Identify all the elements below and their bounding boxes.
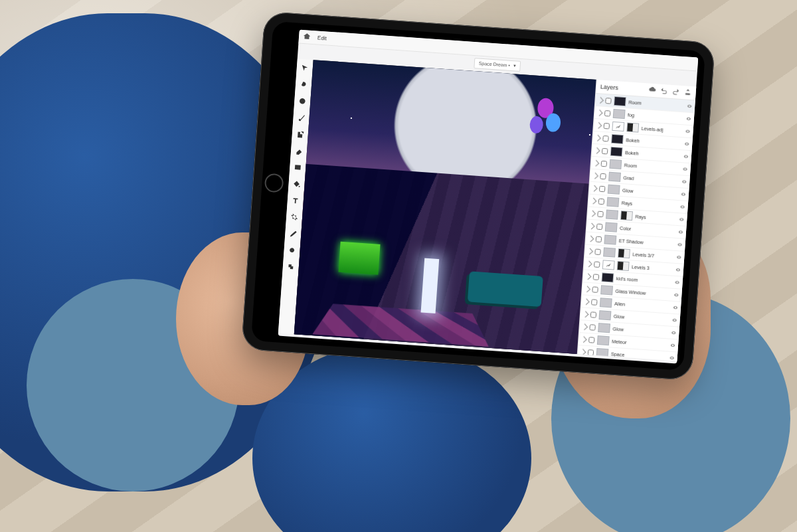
expand-icon[interactable] bbox=[586, 248, 593, 254]
layer-select-checkbox[interactable] bbox=[590, 311, 597, 318]
layer-select-checkbox[interactable] bbox=[594, 248, 601, 255]
visibility-icon[interactable] bbox=[675, 267, 681, 273]
color-swap-tool[interactable] bbox=[286, 262, 296, 272]
expand-icon[interactable] bbox=[584, 286, 590, 292]
expand-icon[interactable] bbox=[586, 260, 592, 267]
layer-select-checkbox[interactable] bbox=[597, 211, 604, 217]
layer-name: fog bbox=[628, 112, 683, 122]
expand-icon[interactable] bbox=[588, 235, 594, 242]
document-tab[interactable]: Space Dream • ▾ bbox=[474, 58, 521, 72]
expand-icon[interactable] bbox=[585, 273, 592, 280]
expand-icon[interactable] bbox=[594, 147, 600, 153]
expand-icon[interactable] bbox=[594, 134, 601, 141]
visibility-icon[interactable] bbox=[671, 317, 677, 323]
eraser-tool[interactable] bbox=[294, 146, 304, 156]
layer-select-checkbox[interactable] bbox=[596, 236, 602, 242]
layer-select-checkbox[interactable] bbox=[600, 173, 606, 179]
expand-icon[interactable] bbox=[592, 159, 599, 166]
layer-select-checkbox[interactable] bbox=[594, 261, 600, 268]
canvas-area[interactable] bbox=[294, 60, 597, 354]
visibility-icon[interactable] bbox=[670, 343, 676, 349]
type-tool[interactable] bbox=[290, 195, 300, 205]
visibility-icon[interactable] bbox=[674, 280, 680, 286]
visibility-icon[interactable] bbox=[683, 153, 689, 159]
brush-tool[interactable] bbox=[296, 113, 306, 123]
quick-select-tool[interactable] bbox=[298, 96, 308, 106]
spot-heal-tool[interactable] bbox=[287, 245, 297, 255]
layer-name: Glow bbox=[622, 187, 678, 197]
expand-icon[interactable] bbox=[590, 197, 596, 204]
panel-title: Layers bbox=[600, 83, 645, 93]
layer-name: Rays bbox=[635, 213, 676, 222]
visibility-icon[interactable] bbox=[678, 229, 684, 235]
visibility-icon[interactable] bbox=[671, 330, 677, 336]
visibility-icon[interactable] bbox=[687, 104, 693, 110]
redo-icon[interactable] bbox=[671, 87, 680, 97]
visibility-icon[interactable] bbox=[677, 242, 683, 248]
layer-mask-thumb bbox=[618, 248, 630, 258]
lasso-tool[interactable] bbox=[299, 80, 309, 90]
cloud-sync-icon[interactable] bbox=[648, 85, 656, 95]
expand-icon[interactable] bbox=[592, 172, 598, 179]
layer-select-checkbox[interactable] bbox=[592, 286, 598, 293]
visibility-icon[interactable] bbox=[685, 129, 691, 135]
visibility-icon[interactable] bbox=[681, 191, 687, 197]
layer-thumb bbox=[600, 298, 612, 308]
expand-icon[interactable] bbox=[580, 336, 587, 343]
layer-select-checkbox[interactable] bbox=[588, 349, 594, 356]
layer-name: Space bbox=[611, 351, 667, 361]
bucket-tool[interactable] bbox=[292, 179, 302, 189]
expand-icon[interactable] bbox=[595, 122, 602, 128]
expand-icon[interactable] bbox=[580, 349, 586, 355]
visibility-icon[interactable] bbox=[679, 204, 685, 210]
visibility-icon[interactable] bbox=[679, 217, 685, 222]
visibility-icon[interactable] bbox=[669, 355, 675, 361]
layer-select-checkbox[interactable] bbox=[605, 98, 612, 104]
home-icon[interactable] bbox=[303, 32, 311, 42]
eyedrop-tool[interactable] bbox=[288, 228, 298, 238]
menu-edit[interactable]: Edit bbox=[317, 35, 327, 41]
layer-select-checkbox[interactable] bbox=[602, 135, 609, 141]
layer-select-checkbox[interactable] bbox=[604, 122, 610, 129]
visibility-icon[interactable] bbox=[676, 254, 682, 260]
move-tool[interactable] bbox=[300, 63, 310, 73]
layer-select-checkbox[interactable] bbox=[596, 223, 603, 230]
layer-select-checkbox[interactable] bbox=[602, 147, 608, 154]
undo-icon[interactable] bbox=[660, 86, 668, 96]
export-icon[interactable] bbox=[683, 88, 692, 98]
layer-select-checkbox[interactable] bbox=[601, 160, 608, 167]
layer-select-checkbox[interactable] bbox=[589, 324, 596, 331]
layer-thumb bbox=[611, 134, 624, 144]
layer-select-checkbox[interactable] bbox=[599, 185, 606, 192]
layer-name: Bokeh bbox=[626, 137, 681, 147]
layer-name: Levels 3 bbox=[632, 264, 673, 272]
layer-thumb bbox=[613, 109, 626, 119]
layers-list: RoomfogLevels-adjBokehBokehRoomGradGlowR… bbox=[578, 94, 695, 361]
expand-icon[interactable] bbox=[588, 222, 595, 229]
layer-name: Glow bbox=[614, 313, 669, 323]
expand-icon[interactable] bbox=[581, 323, 588, 330]
layer-name: Bokeh bbox=[625, 149, 681, 159]
layer-select-checkbox[interactable] bbox=[593, 274, 600, 280]
expand-icon[interactable] bbox=[583, 298, 590, 305]
layer-select-checkbox[interactable] bbox=[598, 198, 605, 205]
layer-select-checkbox[interactable] bbox=[588, 337, 595, 343]
clone-tool[interactable] bbox=[295, 130, 305, 139]
layer-select-checkbox[interactable] bbox=[604, 110, 611, 116]
visibility-icon[interactable] bbox=[686, 116, 692, 122]
expand-icon[interactable] bbox=[582, 311, 589, 317]
visibility-icon[interactable] bbox=[681, 179, 687, 185]
visibility-icon[interactable] bbox=[673, 305, 679, 311]
gradient-tool[interactable] bbox=[293, 162, 303, 172]
expand-icon[interactable] bbox=[597, 97, 604, 104]
visibility-icon[interactable] bbox=[682, 166, 688, 172]
expand-icon[interactable] bbox=[589, 210, 596, 217]
document-title: Space Dream • bbox=[479, 61, 511, 68]
crop-tool[interactable] bbox=[290, 212, 300, 222]
visibility-icon[interactable] bbox=[673, 292, 679, 298]
expand-icon[interactable] bbox=[596, 110, 603, 116]
expand-icon[interactable] bbox=[591, 185, 598, 191]
app-screen: Edit Space Dream • ▾ bbox=[278, 30, 699, 364]
layer-select-checkbox[interactable] bbox=[591, 299, 598, 306]
visibility-icon[interactable] bbox=[684, 141, 690, 147]
